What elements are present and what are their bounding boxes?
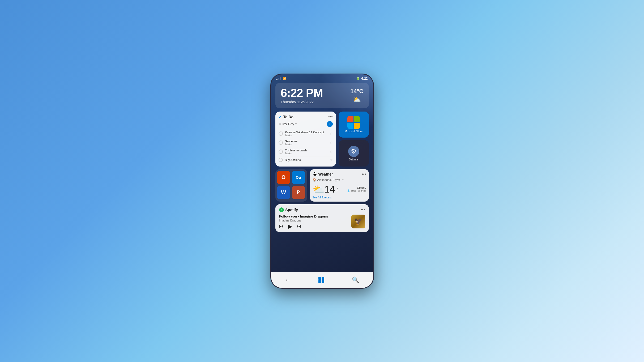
todo-widget[interactable]: ✔ To Do ••• ☀ My Day ▾ + — [275, 112, 336, 167]
clock-info: 6:22 PM Thursday 12/5/2022 — [281, 87, 323, 104]
outlook-icon[interactable]: Ou — [292, 171, 305, 184]
weather-menu-button[interactable]: ••• — [362, 172, 366, 176]
clock-time: 6:22 PM — [281, 87, 323, 99]
battery-icon: 🔋 — [356, 77, 360, 80]
temp-unit-c: °C — [336, 186, 338, 189]
phone-device: 📶 🔋 6:22 6:22 PM Thursday 12/5/2022 14°C… — [270, 74, 374, 289]
todo-text-4: Buy Accleric — [285, 158, 328, 161]
weather-mini: 14°C ⛅ — [350, 88, 363, 103]
todo-list-1: Tasks — [285, 134, 328, 137]
todo-menu-button[interactable]: ••• — [328, 115, 333, 119]
edit-icon[interactable]: ✏ — [342, 178, 344, 181]
clock-widget: 6:22 PM Thursday 12/5/2022 14°C ⛅ — [275, 83, 369, 108]
spotify-artist: Imagine Dragons — [279, 219, 348, 222]
see-forecast-link[interactable]: See full forecast — [313, 196, 366, 199]
my-day-row: ☀ My Day ▾ + — [279, 121, 333, 127]
spotify-controls: ⏮ ▶ ⏭ — [279, 224, 348, 229]
my-day-left: ☀ My Day ▾ — [279, 122, 297, 126]
todo-text-1: Release Windows 11 Concept Tasks — [285, 131, 328, 137]
weather-main-row: ⛅ 14 °C °F Cloudy 💧 69% ◈ 34% — [313, 184, 366, 195]
microsoft-store-widget[interactable]: Microsoft Store — [339, 112, 369, 138]
bottom-nav: ← 🔍 — [271, 272, 373, 288]
humidity-value: 💧 69% — [347, 189, 356, 192]
play-button[interactable]: ▶ — [288, 224, 292, 229]
widgets-row-2: O Ou W P 🌤 — [275, 169, 369, 202]
phone-screen: 📶 🔋 6:22 6:22 PM Thursday 12/5/2022 14°C… — [271, 74, 373, 288]
todo-text-3: Confess to crush Tasks — [285, 149, 328, 155]
spotify-widget[interactable]: ♪ Spotify ••• Follow you - Imagine Drago… — [275, 204, 369, 232]
todo-name-2: Groceries — [285, 140, 328, 143]
search-button[interactable]: 🔍 — [347, 274, 364, 286]
todo-checkbox-2[interactable] — [279, 140, 283, 145]
search-icon: 🔍 — [352, 276, 359, 283]
todo-item-1[interactable]: Release Windows 11 Concept Tasks ☆ — [279, 129, 333, 138]
weather-sun-icon: 🌤 — [313, 172, 317, 177]
weather-units: °C °F — [336, 186, 338, 192]
clock-date: Thursday 12/5/2022 — [281, 100, 323, 104]
weather-title-row: 🌤 Weather — [313, 172, 333, 177]
todo-checkbox-4[interactable] — [279, 158, 283, 162]
apps-column: Microsoft Store ⚙ Settings — [339, 112, 369, 167]
powerpoint-icon[interactable]: P — [292, 186, 305, 199]
back-arrow-icon: ← — [285, 276, 291, 283]
widgets-row-1: ✔ To Do ••• ☀ My Day ▾ + — [275, 112, 369, 167]
todo-checkbox-3[interactable] — [279, 150, 283, 154]
status-bar: 📶 🔋 6:22 — [271, 74, 373, 82]
back-button[interactable]: ← — [280, 274, 296, 286]
spotify-track: Follow you - Imagine Dragons — [279, 214, 348, 218]
signal-icon — [276, 77, 280, 80]
location-home-icon: 🏠 — [313, 178, 316, 182]
spotify-title: Spotify — [285, 208, 298, 212]
next-button[interactable]: ⏭ — [297, 224, 301, 228]
spotify-header: ♪ Spotify ••• — [279, 207, 365, 212]
location-text: Alexandria, Egypt — [317, 178, 340, 181]
todo-star-2[interactable]: ☆ — [330, 141, 333, 144]
todo-item-2[interactable]: Groceries Tasks ☆ — [279, 138, 333, 147]
wind-value: ◈ 34% — [358, 189, 366, 192]
widgets-area: ✔ To Do ••• ☀ My Day ▾ + — [271, 112, 373, 232]
home-button[interactable] — [313, 275, 330, 285]
todo-check-icon: ✔ — [279, 115, 282, 119]
spotify-info: Follow you - Imagine Dragons Imagine Dra… — [279, 214, 348, 229]
spotify-icon: ♪ — [279, 207, 284, 212]
weather-humidity: 💧 69% ◈ 34% — [347, 189, 366, 192]
todo-name-3: Confess to crush — [285, 149, 328, 152]
weather-cloud-icon: ⛅ — [313, 184, 325, 195]
status-left: 📶 — [276, 77, 286, 80]
weather-mini-temp: 14°C — [350, 88, 363, 95]
office-icon[interactable]: O — [277, 171, 290, 184]
spotify-content: Follow you - Imagine Dragons Imagine Dra… — [279, 214, 365, 229]
todo-checkbox-1[interactable] — [279, 131, 283, 136]
todo-widget-title: To Do — [283, 115, 294, 119]
todo-title-row: ✔ To Do — [279, 115, 294, 119]
todo-star-1[interactable]: ☆ — [330, 132, 333, 135]
weather-mini-cloud-icon: ⛅ — [353, 96, 361, 103]
weather-header: 🌤 Weather ••• — [313, 172, 366, 177]
status-time: 6:22 — [361, 77, 368, 80]
album-art: 🦅 — [351, 215, 365, 228]
spotify-menu-button[interactable]: ••• — [361, 208, 365, 212]
todo-item-3[interactable]: Confess to crush Tasks ☆ — [279, 147, 333, 156]
wifi-icon: 📶 — [283, 77, 286, 80]
weather-temp: 14 — [325, 185, 335, 194]
todo-add-button[interactable]: + — [327, 121, 333, 127]
todo-name-4: Buy Accleric — [285, 158, 328, 161]
location-row: 🏠 Alexandria, Egypt ✏ — [313, 178, 366, 182]
weather-details: Cloudy 💧 69% ◈ 34% — [347, 186, 366, 192]
chevron-down-icon: ▾ — [295, 122, 297, 125]
previous-button[interactable]: ⏮ — [279, 224, 283, 228]
todo-list-2: Tasks — [285, 143, 328, 146]
album-art-icon: 🦅 — [354, 218, 362, 225]
todo-list-3: Tasks — [285, 152, 328, 155]
todo-star-4[interactable]: ☆ — [330, 158, 333, 162]
word-icon[interactable]: W — [277, 186, 290, 199]
weather-title: Weather — [318, 172, 333, 176]
settings-widget[interactable]: ⚙ Settings — [339, 140, 369, 167]
todo-item-4[interactable]: Buy Accleric ☆ — [279, 156, 333, 163]
microsoft-store-icon — [347, 116, 360, 129]
weather-widget[interactable]: 🌤 Weather ••• 🏠 Alexandria, Egypt ✏ ⛅ 14 — [310, 169, 369, 202]
office-apps-widget[interactable]: O Ou W P — [275, 169, 307, 202]
sun-icon: ☀ — [279, 122, 282, 126]
temp-unit-f: °F — [336, 189, 338, 192]
todo-star-3[interactable]: ☆ — [330, 150, 333, 154]
